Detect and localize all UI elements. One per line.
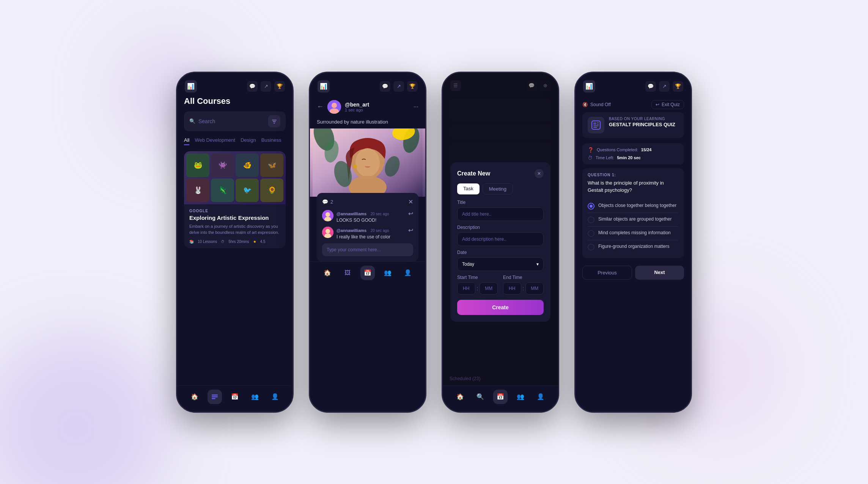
phone3-nav-search[interactable]: 🔍 xyxy=(473,390,487,404)
option-3[interactable]: Mind completes missing information xyxy=(588,227,679,240)
option-4[interactable]: Figure-ground organization matters xyxy=(588,240,679,254)
phone2-nav-calendar[interactable]: 📅 xyxy=(360,266,375,280)
phone4-chat-icon[interactable]: 💬 xyxy=(645,81,656,92)
phone1-nav-icons: 💬 ↗ 🏆 xyxy=(247,81,285,92)
radio-4[interactable] xyxy=(588,244,594,251)
title-input[interactable]: Add title here.. xyxy=(457,207,544,221)
tab-task[interactable]: Task xyxy=(457,183,480,194)
svg-rect-27 xyxy=(593,122,596,125)
phone2-nav-icons: 💬 ↗ 🏆 xyxy=(380,81,418,92)
back-button[interactable]: ← xyxy=(317,103,324,111)
radio-3[interactable] xyxy=(588,230,594,237)
tab-webdev[interactable]: Web Development xyxy=(195,137,235,145)
modal-header: Create New ✕ xyxy=(457,169,544,178)
phone2-logo: 📊 xyxy=(318,80,330,92)
end-mm-input[interactable]: MM xyxy=(525,282,544,294)
modal-close-button[interactable]: ✕ xyxy=(535,169,544,178)
svg-rect-31 xyxy=(593,127,597,128)
phone3-nav-calendar[interactable]: 📅 xyxy=(493,390,508,404)
quiz-meta: BASED ON YOUR LEARNING xyxy=(609,117,675,121)
tab-business[interactable]: Business xyxy=(261,137,281,145)
svg-point-15 xyxy=(355,148,380,177)
comment-count: 💬 2 xyxy=(322,199,333,205)
tab-design[interactable]: Design xyxy=(241,137,256,145)
nav-community[interactable]: 👥 xyxy=(248,390,262,404)
phone2-nav-profile[interactable]: 👤 xyxy=(401,266,415,280)
create-new-modal: Create New ✕ Task Meeting Title Add titl… xyxy=(450,162,550,322)
comment-reply-2[interactable]: ↩ xyxy=(408,227,413,240)
desc-label: Description xyxy=(457,225,544,230)
end-hh-input[interactable]: HH xyxy=(503,282,521,294)
search-icon: 🔍 xyxy=(189,118,195,124)
exit-quiz-button[interactable]: ↩ Exit Quiz xyxy=(651,100,684,109)
option-1[interactable]: Objects close together belong together xyxy=(588,199,679,213)
phone-4: 📊 💬 ↗ 🏆 🔇 Sound Off ↩ Exit Quiz xyxy=(574,72,692,413)
comment-reply-1[interactable]: ↩ xyxy=(408,210,413,223)
search-bar[interactable]: 🔍 Search xyxy=(184,111,286,131)
course-card[interactable]: 🐸 👾 🐠 🦋 🐰 🦎 🐦 🌻 GOOGLE Exploring Artisti… xyxy=(184,151,286,248)
filter-button[interactable] xyxy=(268,115,280,127)
phone4-trophy-icon[interactable]: 🏆 xyxy=(673,81,683,92)
search-input[interactable]: Search xyxy=(198,118,215,124)
phone1-logo: 📊 xyxy=(185,80,197,92)
svg-point-16 xyxy=(354,164,357,168)
previous-button[interactable]: Previous xyxy=(582,266,632,280)
phone1-share-icon[interactable]: ↗ xyxy=(261,81,271,92)
phone-2: 📊 💬 ↗ 🏆 ← @ben_art 1 sec ago ··· xyxy=(309,72,426,413)
radio-1[interactable] xyxy=(588,203,594,210)
course-image: 🐸 👾 🐠 🦋 🐰 🦎 🐦 🌻 xyxy=(184,151,286,204)
phone1-trophy-icon[interactable]: 🏆 xyxy=(274,81,285,92)
comment-body-1: @annawilliams 20 sec ago LOOKS SO GOOD! xyxy=(337,210,405,223)
comment-user-2: @annawilliams xyxy=(337,228,366,233)
phone3-nav-community[interactable]: 👥 xyxy=(513,390,528,404)
question-card: QUESTION 1: What is the principle of pro… xyxy=(582,168,684,258)
quiz-banner: BASED ON YOUR LEARNING GESTALT PRINCIPLE… xyxy=(582,112,684,138)
phone3-nav-home[interactable]: 🏠 xyxy=(453,390,467,404)
create-button[interactable]: Create xyxy=(457,300,544,315)
phone2-bottom-nav: 🏠 🖼 📅 👥 👤 xyxy=(310,262,425,288)
phone2-nav-gallery[interactable]: 🖼 xyxy=(340,266,355,280)
time-separator-2: : xyxy=(523,285,524,291)
option-2[interactable]: Similar objects are grouped together xyxy=(588,213,679,227)
next-button[interactable]: Next xyxy=(635,266,684,280)
option-text-2: Similar objects are grouped together xyxy=(598,216,671,222)
tab-meeting[interactable]: Meeting xyxy=(483,183,513,194)
nav-profile[interactable]: 👤 xyxy=(268,390,282,404)
radio-2[interactable] xyxy=(588,216,594,223)
course-provider: GOOGLE xyxy=(189,209,280,213)
end-time-col: End Time HH : MM xyxy=(503,275,544,294)
comment-item-1: @annawilliams 20 sec ago LOOKS SO GOOD! … xyxy=(322,210,413,223)
rating-value: 4.5 xyxy=(260,240,266,244)
svg-rect-5 xyxy=(212,398,215,399)
comment-user-1: @annawilliams xyxy=(337,211,366,216)
phone2-nav-home[interactable]: 🏠 xyxy=(320,266,335,280)
phone2-nav-community[interactable]: 👥 xyxy=(381,266,395,280)
phone3-nav-profile[interactable]: 👤 xyxy=(533,390,548,404)
date-value: Today xyxy=(462,262,474,267)
phone4-share-icon[interactable]: ↗ xyxy=(659,81,670,92)
sound-off-icon: 🔇 xyxy=(582,102,588,107)
nav-courses[interactable] xyxy=(208,390,222,404)
phone2-share-icon[interactable]: ↗ xyxy=(393,81,404,92)
date-select[interactable]: Today ▾ xyxy=(457,257,544,271)
start-hh-input[interactable]: HH xyxy=(457,282,475,294)
close-comments-button[interactable]: ✕ xyxy=(408,198,413,205)
nav-calendar[interactable]: 📅 xyxy=(228,390,242,404)
svg-rect-3 xyxy=(212,395,218,396)
phone2-chat-icon[interactable]: 💬 xyxy=(380,81,390,92)
comment-input[interactable]: Type your comment here... xyxy=(322,243,413,256)
comment-number: 2 xyxy=(330,199,333,205)
more-options-button[interactable]: ··· xyxy=(414,103,418,110)
start-mm-input[interactable]: MM xyxy=(480,282,498,294)
comment-text-2: I really like the use of color xyxy=(337,234,405,240)
phone1-chat-icon[interactable]: 💬 xyxy=(247,81,258,92)
time-label: Time Left: xyxy=(596,155,614,160)
tab-all[interactable]: All xyxy=(184,137,189,145)
phone2-trophy-icon[interactable]: 🏆 xyxy=(407,81,418,92)
course-description: Embark on a journey of artistic discover… xyxy=(189,223,280,236)
nav-home[interactable]: 🏠 xyxy=(187,390,202,404)
phone4-logo: 📊 xyxy=(583,80,595,92)
sound-off-button[interactable]: 🔇 Sound Off xyxy=(582,102,611,107)
desc-input[interactable]: Add description here.. xyxy=(457,232,544,246)
phone4-nav-icons: 💬 ↗ 🏆 xyxy=(645,81,683,92)
